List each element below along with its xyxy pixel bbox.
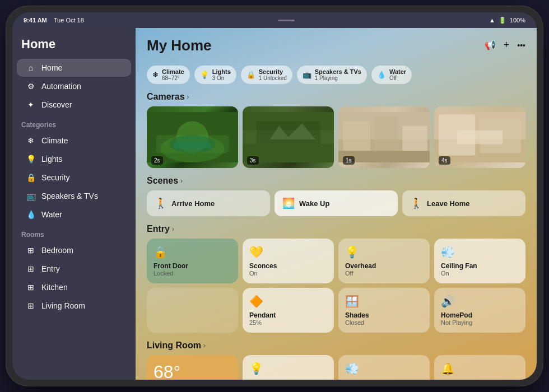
scene-leave-home[interactable]: 🚶 Leave Home xyxy=(402,190,525,216)
living-room-device-grid: 68° Thermostat Heating to 70 💡 Ceiling L… xyxy=(147,355,525,380)
device-pendant[interactable]: 🔶 Pendant 25% xyxy=(243,288,334,333)
status-date: Tue Oct 18 xyxy=(54,17,84,24)
svg-point-5 xyxy=(170,135,216,153)
sidebar-item-entry[interactable]: ⊞ Entry xyxy=(17,260,131,278)
cameras-title: Cameras xyxy=(147,92,185,102)
sidebar-item-water[interactable]: 💧 Water xyxy=(17,206,131,223)
pendant-name: Pendant xyxy=(249,311,327,319)
pill-security[interactable]: 🔒 Security 1 Unlocked xyxy=(241,66,292,84)
living-room-title: Living Room xyxy=(147,340,201,351)
categories-section-title: Categories xyxy=(12,114,136,131)
device-front-door[interactable]: 🔒 Front Door Locked xyxy=(147,239,238,283)
overhead-icon: 💡 xyxy=(345,245,423,259)
overhead-name: Overhead xyxy=(345,262,423,270)
shades-name: Shades xyxy=(345,311,423,319)
sidebar-item-automation[interactable]: ⚙ Automation xyxy=(17,77,131,95)
home-icon: ⌂ xyxy=(26,63,36,72)
sidebar-item-speakers-tvs[interactable]: 📺 Speakers & TVs xyxy=(17,187,131,205)
scenes-chevron[interactable]: › xyxy=(180,177,183,185)
sidebar-home-label: Home xyxy=(41,63,62,72)
scene-arrive-home[interactable]: 🚶 Arrive Home xyxy=(147,190,270,216)
add-button[interactable]: + xyxy=(504,39,510,51)
front-door-status: Locked xyxy=(153,270,231,277)
cameras-chevron[interactable]: › xyxy=(187,93,189,101)
camera-3-timer: 1s xyxy=(343,156,355,165)
svg-rect-21 xyxy=(457,130,503,144)
device-sconces[interactable]: 💛 Sconces On xyxy=(243,239,334,283)
homepod-status: Not Playing xyxy=(441,319,519,326)
speaker-button[interactable]: 📢 xyxy=(485,40,496,50)
more-button[interactable]: ••• xyxy=(517,41,525,50)
automation-icon: ⚙ xyxy=(26,82,36,91)
ceiling-fan-status: On xyxy=(441,270,519,277)
device-thermostat[interactable]: 68° Thermostat Heating to 70 xyxy=(147,355,238,380)
sconces-icon: 💛 xyxy=(249,245,327,259)
camera-2[interactable]: 3s xyxy=(243,106,334,168)
camera-4[interactable]: 4s xyxy=(434,106,525,168)
wifi-icon: ▲ xyxy=(489,17,495,24)
pill-climate-label: Climate xyxy=(162,68,184,75)
camera-1[interactable]: 2s xyxy=(147,106,238,168)
sconces-name: Sconces xyxy=(249,262,327,270)
pill-lights-icon: 💡 xyxy=(200,71,209,79)
entry-chevron[interactable]: › xyxy=(172,225,174,233)
device-homepod[interactable]: 🔊 HomePod Not Playing xyxy=(434,288,525,333)
lights-icon: 💡 xyxy=(26,155,36,164)
device-shades[interactable]: 🪟 Shades Closed xyxy=(338,288,430,333)
device-smart-fan[interactable]: 💨 Smart Fan Off xyxy=(338,355,430,380)
device-ceiling-fan[interactable]: 💨 Ceiling Fan On xyxy=(434,239,525,283)
sidebar-item-lights[interactable]: 💡 Lights xyxy=(17,150,131,168)
shades-status: Closed xyxy=(345,319,423,326)
leave-home-label: Leave Home xyxy=(427,199,470,208)
sidebar-discover-label: Discover xyxy=(41,100,72,109)
notch xyxy=(278,20,295,21)
pill-climate[interactable]: ❄ Climate 68–72° xyxy=(147,66,190,84)
camera-2-timer: 3s xyxy=(247,156,259,165)
homepod-icon: 🔊 xyxy=(441,295,519,308)
sidebar-item-bedroom[interactable]: ⊞ Bedroom xyxy=(17,241,131,259)
thermostat-temp: 68° xyxy=(153,362,231,380)
sidebar-item-home[interactable]: ⌂ Home xyxy=(17,59,131,77)
entry-title: Entry xyxy=(147,224,170,234)
device-ceiling-lights[interactable]: 💡 Ceiling Lights 90% xyxy=(243,355,334,380)
scenes-section-header: Scenes › xyxy=(147,176,525,186)
sidebar-item-living-room[interactable]: ⊞ Living Room xyxy=(17,297,131,315)
scene-wake-up[interactable]: 🌅 Wake Up xyxy=(274,190,398,216)
sidebar-climate-label: Climate xyxy=(41,136,68,145)
water-icon: 💧 xyxy=(26,210,36,219)
pill-lights-sub: 3 On xyxy=(212,75,231,81)
scenes-row: 🚶 Arrive Home 🌅 Wake Up 🚶 Leave Home xyxy=(147,190,525,216)
sidebar-item-kitchen[interactable]: ⊞ Kitchen xyxy=(17,278,131,296)
sidebar-bedroom-label: Bedroom xyxy=(41,246,73,255)
sidebar: Home ⌂ Home ⚙ Automation ✦ Discover Cate… xyxy=(12,28,136,380)
ipad-screen: 9:41 AM Tue Oct 18 ▲ 🔋 100% Home ⌂ Home xyxy=(12,12,537,380)
sidebar-item-climate[interactable]: ❄ Climate xyxy=(17,132,131,150)
ceiling-fan-icon: 💨 xyxy=(441,245,519,259)
camera-3[interactable]: 1s xyxy=(338,106,430,168)
pill-lights[interactable]: 💡 Lights 3 On xyxy=(194,66,236,84)
leave-home-icon: 🚶 xyxy=(410,197,422,209)
ceiling-fan-name: Ceiling Fan xyxy=(441,262,519,270)
living-room-chevron[interactable]: › xyxy=(203,342,206,349)
device-overhead[interactable]: 💡 Overhead Off xyxy=(338,239,430,283)
sidebar-speakers-label: Speakers & TVs xyxy=(41,192,98,200)
scenes-title: Scenes xyxy=(147,176,178,186)
accent-lights-icon: 🔔 xyxy=(441,362,519,375)
sidebar-kitchen-label: Kitchen xyxy=(41,283,68,292)
pill-security-sub: 1 Unlocked xyxy=(259,75,287,81)
status-icons: ▲ 🔋 100% xyxy=(489,17,525,24)
security-icon: 🔒 xyxy=(26,173,36,182)
sidebar-item-security[interactable]: 🔒 Security xyxy=(17,169,131,186)
pill-water[interactable]: 💧 Water Off xyxy=(371,66,412,84)
pill-security-icon: 🔒 xyxy=(246,71,255,79)
device-placeholder xyxy=(147,288,238,333)
arrive-home-icon: 🚶 xyxy=(155,197,167,209)
entry-section: Entry › 🔒 Front Door Locked xyxy=(147,224,525,333)
pill-speakers[interactable]: 📺 Speakers & TVs 1 Playing xyxy=(297,66,367,84)
living-room-section-header: Living Room › xyxy=(147,340,525,351)
device-accent-lights[interactable]: 🔔 Accent Lights Off xyxy=(434,355,525,380)
sidebar-automation-label: Automation xyxy=(41,82,81,91)
arrive-home-label: Arrive Home xyxy=(171,199,215,208)
pill-security-label: Security xyxy=(259,68,287,75)
sidebar-item-discover[interactable]: ✦ Discover xyxy=(17,96,131,114)
